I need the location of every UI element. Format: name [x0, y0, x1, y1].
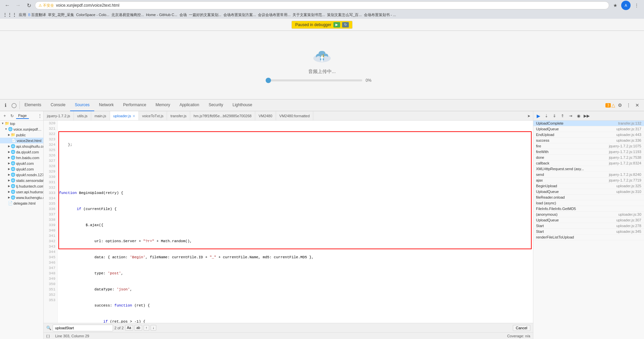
tab-network[interactable]: Network — [94, 99, 118, 111]
bookmark-11[interactable]: 会场布置策划书 - ... — [364, 12, 396, 17]
resume-button[interactable]: ▶ — [535, 112, 542, 120]
call-stack-item-3[interactable]: success uploader.js:336 — [533, 138, 644, 143]
pause-on-exceptions-button[interactable]: ▶▶ — [583, 112, 590, 120]
step-into-button[interactable]: ⇓ — [551, 112, 558, 120]
call-stack-item-15[interactable]: FileInfo.FileInfo.GetMD5 — [533, 206, 644, 212]
code-tab-vm2480[interactable]: VM2480 — [255, 111, 276, 121]
bookmark-10[interactable]: 策划文案怎么写_百... — [327, 12, 362, 17]
call-stack-item-1[interactable]: UploadQueue uploader.js:317 — [533, 126, 644, 132]
tree-item-api[interactable]: ▶ 🌐 api.shoujihuifu.co — [0, 143, 43, 149]
menu-button[interactable]: ⋮ — [632, 1, 641, 10]
call-stack-item-20[interactable]: renderFileListToUpload — [533, 234, 644, 240]
bookmark-5[interactable]: 会场 — [179, 12, 187, 17]
code-tabs-more[interactable]: ➤ — [525, 111, 533, 121]
tab-lighthouse[interactable]: Lighthouse — [228, 99, 257, 111]
step-button[interactable]: ⇥ — [567, 112, 574, 120]
call-stack-item-9[interactable]: send jquery-1.7.2.js:8240 — [533, 172, 644, 178]
bookmark-apps[interactable]: 应用 — [19, 12, 26, 17]
call-stack-item-11[interactable]: BeginUpload uploader.js:325 — [533, 183, 644, 189]
bookmark-2[interactable]: ColorSpace - Colo... — [76, 13, 109, 17]
call-stack-item-0[interactable]: UploadComplete transfer.js:132 — [533, 121, 644, 126]
prev-match-button[interactable]: ↑ — [144, 325, 149, 331]
step-over-button[interactable]: ⇣ — [543, 112, 550, 120]
apps-icon[interactable]: ⋮⋮⋮ — [3, 12, 17, 17]
tree-item-public[interactable]: ▶ 📁 public — [0, 132, 43, 138]
address-bar[interactable]: ⚠ 不安全 voice.xunjiepdf.com/voice2text.htm… — [35, 1, 609, 9]
code-tab-uploader[interactable]: uploader.js ✕ — [110, 111, 139, 121]
sync-button[interactable]: ↻ — [9, 113, 15, 119]
reload-button[interactable]: ↻ — [24, 1, 34, 10]
more-options-button[interactable]: ⋮ — [625, 101, 633, 109]
call-stack-item-13[interactable]: fileReader.onload — [533, 195, 644, 200]
bookmark-translate[interactable]: B 百度翻译 — [28, 12, 46, 17]
tab-elements[interactable]: Elements — [20, 99, 46, 111]
call-stack-item-6[interactable]: done jquery-1.7.2.js:7538 — [533, 155, 644, 160]
back-button[interactable]: ← — [3, 1, 12, 10]
debugger-step-button[interactable]: ↻ — [342, 22, 349, 27]
call-stack-item-2[interactable]: EndUpload uploader.js:443 — [533, 132, 644, 138]
file-panel-page-tab[interactable]: Page — [16, 113, 29, 119]
code-tab-transfer[interactable]: transfer.js — [167, 111, 190, 121]
cancel-search-button[interactable]: Cancel — [513, 325, 530, 331]
code-tab-utils[interactable]: utils.js — [74, 111, 91, 121]
tree-item-user[interactable]: ▶ 🌐 user.api.hudunsoft — [0, 189, 43, 195]
tab-sources[interactable]: Sources — [70, 99, 94, 111]
call-stack-item-8[interactable]: XMLHttpRequest.send (asy... — [533, 166, 644, 172]
close-devtools-button[interactable]: ✕ — [633, 101, 641, 109]
more-file-options[interactable]: ⋮ — [38, 114, 42, 118]
bookmark-9[interactable]: 关于文案策划书范... — [292, 12, 325, 17]
close-uploader-tab[interactable]: ✕ — [132, 114, 135, 118]
tree-item-liuchengtu[interactable]: ▶ 🌐 www.liuchengtu.c — [0, 195, 43, 200]
tab-security[interactable]: Security — [204, 99, 228, 111]
bookmark-8[interactable]: 会议会场布置常用... — [258, 12, 290, 17]
tab-memory[interactable]: Memory — [151, 99, 175, 111]
tree-item-qiyukf2[interactable]: ▶ 🌐 qiyukf.com — [0, 166, 43, 172]
step-out-button[interactable]: ⇑ — [559, 112, 566, 120]
call-stack-item-18[interactable]: Start uploader.js:278 — [533, 223, 644, 229]
code-tab-jquery[interactable]: jquery-1.7.2.js — [44, 111, 74, 121]
bookmark-7[interactable]: 会场布置策划方案... — [223, 12, 256, 17]
bookmark-button[interactable]: ★ — [610, 1, 620, 10]
code-tab-main[interactable]: main.js — [91, 111, 110, 121]
call-stack-item-19[interactable]: Start uploader.js:345 — [533, 229, 644, 234]
call-stack-item-14[interactable]: load (async) — [533, 200, 644, 206]
settings-button[interactable]: ⚙ — [616, 101, 624, 109]
call-stack-item-7[interactable]: callback jquery-1.7.2.js:8324 — [533, 160, 644, 166]
tree-item-voice2text[interactable]: 📄 voice2text.html — [0, 138, 43, 143]
tree-item-nosdn[interactable]: ▶ 🌐 qiyukf.nosdn.127. — [0, 172, 43, 178]
debugger-play-button[interactable]: ▶ — [333, 22, 340, 27]
device-toolbar-button[interactable]: ◯ — [10, 101, 18, 109]
bookmark-1[interactable]: 草安_花野_采集 — [48, 12, 74, 17]
tab-console[interactable]: Console — [46, 99, 70, 111]
tree-item-da[interactable]: ▶ 🌐 da.qiyukf.com — [0, 149, 43, 155]
tab-application[interactable]: Application — [175, 99, 204, 111]
call-stack-item-5[interactable]: fireWith jquery-1.7.2.js:1193 — [533, 149, 644, 155]
call-stack-item-16[interactable]: (anonymous) uploader.js:30 — [533, 212, 644, 217]
call-stack-item-12[interactable]: UploadQueue uploader.js:310 — [533, 189, 644, 195]
profile-button[interactable]: A — [621, 1, 631, 10]
tab-performance[interactable]: Performance — [118, 99, 151, 111]
new-snippet-button[interactable]: + — [1, 113, 8, 119]
tree-item-static[interactable]: ▶ 🌐 static.sensorsdata — [0, 178, 43, 183]
next-match-button[interactable]: ↓ — [151, 325, 156, 331]
search-input[interactable] — [53, 325, 113, 331]
match-word-button[interactable]: ab — [135, 325, 142, 331]
inspect-element-button[interactable]: ℹ — [1, 101, 9, 109]
tree-item-qiyukf1[interactable]: ▶ 🌐 qiyukf.com — [0, 160, 43, 166]
call-stack-item-10[interactable]: ajax jquery-1.7.2.js:7719 — [533, 178, 644, 183]
call-stack-item-4[interactable]: fire jquery-1.7.2.js:1075 — [533, 143, 644, 149]
bookmark-4[interactable]: Home - GitHub C... — [146, 13, 177, 17]
deactivate-breakpoints-button[interactable]: ◉ — [575, 112, 582, 120]
bookmark-3[interactable]: 北京港易堂瀚商控... — [111, 12, 144, 17]
tree-item-delegate[interactable]: 📄 delegate.html — [0, 200, 43, 206]
forward-button[interactable]: → — [13, 1, 23, 10]
code-tab-hm[interactable]: hm.js?8f1ffd95e...b629885e700268 — [190, 111, 255, 121]
code-tab-voice[interactable]: voiceToTxt.js — [139, 111, 167, 121]
bookmark-6[interactable]: 一篇好的文案策划... — [189, 12, 221, 17]
tree-item-top[interactable]: ▼ 📁 top — [0, 121, 43, 126]
tree-item-tj[interactable]: ▶ 🌐 tj.huduntech.com — [0, 183, 43, 189]
tree-item-voice[interactable]: ▼ 🌐 voice.xunjiepdf.co — [0, 126, 43, 132]
code-tab-vm2480-formatted[interactable]: VM2480:formatted — [276, 111, 314, 121]
call-stack-item-17[interactable]: UploadQueue uploader.js:307 — [533, 217, 644, 223]
tree-item-hm[interactable]: ▶ 🌐 hm.baidu.com — [0, 155, 43, 160]
